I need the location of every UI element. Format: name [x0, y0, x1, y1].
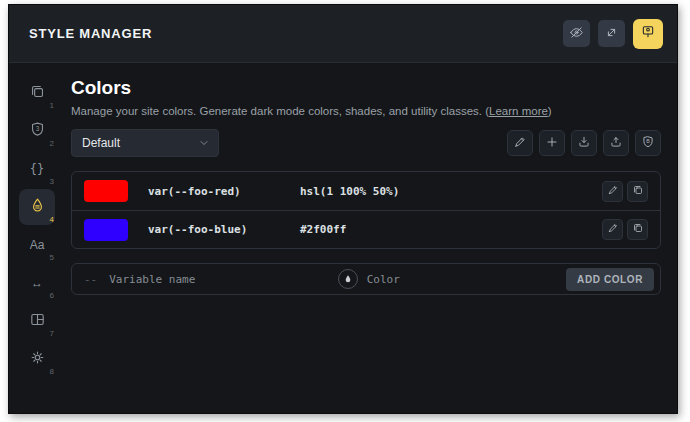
add-color-row: -- Color ADD COLOR: [71, 263, 661, 295]
style-manager-toggle-button[interactable]: [633, 19, 663, 49]
framework-shield-button[interactable]: B: [635, 130, 661, 156]
variable-prefix: --: [84, 273, 97, 286]
typography-icon: Aa: [30, 238, 45, 252]
fullscreen-button[interactable]: [598, 20, 625, 47]
shield-3-icon: 3: [29, 121, 46, 142]
panel-header: STYLE MANAGER: [9, 5, 677, 63]
spacing-icon: ↔: [31, 276, 43, 290]
panel-title: STYLE MANAGER: [29, 26, 152, 41]
variable-value: #2f00ff: [300, 223, 346, 236]
copy-color-button[interactable]: [627, 219, 648, 240]
sidebar-item-number: 7: [50, 329, 54, 338]
style-manager-panel: STYLE MANAGER: [8, 4, 678, 414]
color-variables-list: var(--foo-red) hsl(1 100% 50%): [71, 171, 661, 249]
gear-icon: [29, 349, 46, 370]
copy-icon: [632, 222, 644, 237]
plus-icon: [545, 135, 559, 152]
sidebar-item-number: 4: [50, 215, 54, 224]
row-actions: [602, 219, 648, 240]
row-actions: [602, 181, 648, 202]
copy-color-button[interactable]: [627, 181, 648, 202]
page-description: Manage your site colors. Generate dark m…: [71, 105, 661, 117]
svg-text:B: B: [646, 138, 650, 144]
tool-buttons: B: [507, 130, 661, 156]
learn-more-link[interactable]: Learn more: [489, 105, 548, 117]
variable-name: var(--foo-red): [148, 185, 300, 198]
brush-icon: [640, 24, 656, 43]
variable-value: hsl(1 100% 50%): [300, 185, 399, 198]
edit-theme-button[interactable]: [507, 130, 533, 156]
chevron-down-icon: [198, 137, 210, 149]
description-suffix: ): [548, 105, 552, 117]
sidebar-item-framework[interactable]: 3 2: [19, 113, 55, 149]
theme-select-value: Default: [82, 136, 120, 150]
color-picker-circle[interactable]: [338, 269, 358, 289]
shield-icon: B: [641, 135, 655, 152]
theme-select[interactable]: Default: [71, 129, 219, 157]
sidebar-item-number: 5: [50, 253, 54, 262]
expand-icon: [604, 25, 619, 43]
sidebar-item-colors[interactable]: 4: [19, 189, 55, 225]
braces-icon: {}: [30, 162, 44, 176]
edit-color-button[interactable]: [602, 181, 623, 202]
export-icon: [609, 135, 623, 152]
export-button[interactable]: [603, 130, 629, 156]
sidebar-item-spacing[interactable]: ↔ 6: [19, 265, 55, 301]
color-swatch[interactable]: [84, 219, 128, 241]
sidebar-item-number: 8: [50, 367, 54, 376]
edit-color-button[interactable]: [602, 219, 623, 240]
import-button[interactable]: [571, 130, 597, 156]
sidebar-item-typography[interactable]: Aa 5: [19, 227, 55, 263]
import-icon: [577, 135, 591, 152]
pencil-icon: [513, 135, 527, 152]
color-swatch[interactable]: [84, 180, 128, 202]
panel-body: 1 3 2 {} 3 4 Aa 5: [9, 63, 677, 413]
add-theme-button[interactable]: [539, 130, 565, 156]
page-title: Colors: [71, 77, 661, 99]
add-color-button[interactable]: ADD COLOR: [566, 268, 654, 291]
variable-name: var(--foo-blue): [148, 223, 300, 236]
description-text: Manage your site colors. Generate dark m…: [71, 105, 489, 117]
eye-off-icon: [569, 25, 584, 43]
pencil-icon: [607, 184, 619, 199]
sidebar-item-variables[interactable]: {} 3: [19, 151, 55, 187]
droplet-icon: [343, 270, 353, 288]
layers-copy-icon: [29, 83, 46, 104]
color-placeholder: Color: [367, 273, 400, 286]
variable-name-input[interactable]: [109, 273, 337, 286]
droplet-icon: [29, 197, 46, 218]
header-actions: [563, 19, 663, 49]
sidebar-item-number: 6: [50, 291, 54, 300]
copy-icon: [632, 184, 644, 199]
sidebar-item-layout[interactable]: 7: [19, 303, 55, 339]
sidebar-item-number: 1: [50, 101, 54, 110]
pencil-icon: [607, 222, 619, 237]
grid-icon: [29, 311, 46, 332]
main-content: Colors Manage your site colors. Generate…: [67, 63, 677, 413]
svg-text:3: 3: [35, 125, 39, 132]
sidebar-item-settings[interactable]: 8: [19, 341, 55, 377]
color-row-red: var(--foo-red) hsl(1 100% 50%): [72, 172, 660, 210]
toggle-visibility-button[interactable]: [563, 20, 590, 47]
sidebar-item-number: 2: [50, 139, 54, 148]
sidebar-item-themes[interactable]: 1: [19, 75, 55, 111]
color-row-blue: var(--foo-blue) #2f00ff: [72, 210, 660, 248]
sidebar-item-number: 3: [50, 177, 54, 186]
toolbar-row: Default: [71, 129, 661, 157]
color-picker-field[interactable]: Color: [338, 269, 566, 289]
sidebar: 1 3 2 {} 3 4 Aa 5: [9, 63, 67, 413]
